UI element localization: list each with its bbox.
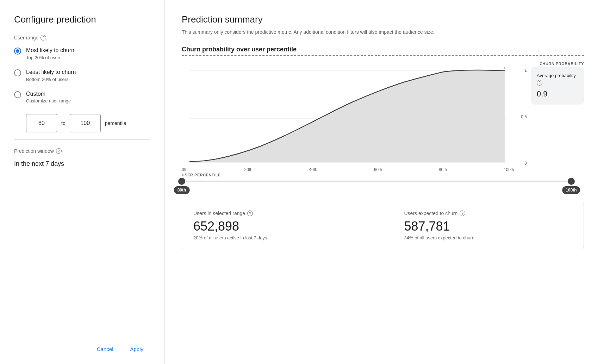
cancel-button[interactable]: Cancel bbox=[90, 343, 120, 356]
radio-most-likely-circle[interactable] bbox=[14, 48, 21, 55]
stat-users-in-range-value: 652,898 bbox=[193, 219, 362, 234]
slider-label-right: 100th bbox=[562, 186, 580, 194]
x-axis-labels: 0th 20th 40th 60th 80th 100th bbox=[182, 166, 514, 172]
churn-prob-axis-label: CHURN PROBABILITY bbox=[182, 62, 584, 66]
percentile-to-input[interactable] bbox=[70, 114, 101, 132]
prediction-summary-title: Prediction summary bbox=[182, 14, 584, 25]
slider-track-bg bbox=[182, 181, 571, 182]
configure-prediction-title: Configure prediction bbox=[14, 14, 150, 25]
stat-users-expected-help-icon[interactable]: ? bbox=[460, 211, 465, 216]
stat-users-expected-label: Users expected to churn bbox=[404, 211, 458, 216]
percentile-from-input[interactable] bbox=[26, 114, 57, 132]
churn-chart bbox=[182, 67, 514, 166]
x-label-80: 80th bbox=[439, 167, 447, 172]
prediction-window-help-icon[interactable]: ? bbox=[56, 148, 62, 154]
user-percentile-axis-label: USER PERCENTILE bbox=[182, 173, 514, 177]
x-label-0: 0th bbox=[182, 167, 188, 172]
user-range-label: User range ? bbox=[14, 35, 150, 40]
percentile-suffix: percentile bbox=[105, 120, 126, 126]
stat-users-expected-to-churn: Users expected to churn ? 587,781 34% of… bbox=[404, 211, 573, 240]
radio-least-likely-circle[interactable] bbox=[14, 69, 21, 76]
stat-users-in-range-sub: 20% of all users active in last 7 days bbox=[193, 235, 362, 240]
stats-card: Users in selected range ? 652,898 20% of… bbox=[182, 202, 584, 249]
y-label-05: 0.5 bbox=[517, 114, 527, 119]
y-label-1: 1 bbox=[517, 68, 527, 73]
slider-label-left: 80th bbox=[174, 186, 190, 194]
radio-least-likely[interactable]: Least likely to churn Bottom 20% of user… bbox=[14, 69, 150, 82]
tooltip-help-icon[interactable]: ? bbox=[537, 80, 542, 86]
slider-thumb-left[interactable] bbox=[178, 178, 185, 185]
stat-divider bbox=[383, 211, 383, 240]
radio-custom[interactable]: Custom Customize user range bbox=[14, 90, 150, 104]
x-label-20: 20th bbox=[244, 167, 252, 172]
radio-most-likely[interactable]: Most likely to churn Top 20% of users bbox=[14, 47, 150, 60]
right-panel: Prediction summary This summary only con… bbox=[165, 0, 598, 364]
section-divider bbox=[14, 139, 150, 140]
prediction-window-value: In the next 7 days bbox=[14, 160, 150, 168]
tooltip-label: Average probability bbox=[537, 73, 576, 78]
x-label-100: 100th bbox=[504, 167, 514, 172]
slider-section: 80th 100th bbox=[182, 177, 584, 198]
stat-users-expected-sub: 34% of all users expected to churn bbox=[404, 235, 573, 240]
apply-button[interactable]: Apply bbox=[123, 343, 150, 356]
prediction-window-label: Prediction window ? bbox=[14, 148, 150, 154]
stat-users-expected-header: Users expected to churn ? bbox=[404, 211, 573, 216]
chart-title: Churn probability over user percentile bbox=[182, 46, 584, 56]
left-panel: Configure prediction User range ? Most l… bbox=[0, 0, 165, 364]
stat-users-in-range-label: Users in selected range bbox=[193, 211, 245, 216]
x-label-60: 60th bbox=[374, 167, 382, 172]
y-label-0: 0 bbox=[517, 161, 527, 166]
chart-wrapper: 0th 20th 40th 60th 80th 100th USER PERCE… bbox=[182, 67, 514, 177]
user-range-help-icon[interactable]: ? bbox=[41, 35, 46, 40]
stat-users-in-range: Users in selected range ? 652,898 20% of… bbox=[193, 211, 362, 240]
stat-users-expected-value: 587,781 bbox=[404, 219, 573, 234]
slider-thumb-right[interactable] bbox=[568, 178, 575, 185]
stat-users-in-range-help-icon[interactable]: ? bbox=[247, 211, 253, 216]
radio-least-likely-labels: Least likely to churn Bottom 20% of user… bbox=[26, 69, 76, 82]
radio-custom-labels: Custom Customize user range bbox=[26, 90, 71, 104]
summary-description: This summary only considers the predicti… bbox=[182, 29, 499, 36]
radio-custom-circle[interactable] bbox=[14, 91, 21, 98]
chart-container: CHURN PROBABILITY bbox=[182, 62, 584, 249]
radio-most-likely-labels: Most likely to churn Top 20% of users bbox=[26, 47, 74, 60]
tooltip-value: 0.9 bbox=[537, 88, 578, 100]
stat-users-in-range-header: Users in selected range ? bbox=[193, 211, 362, 216]
x-label-40: 40th bbox=[309, 167, 317, 172]
action-row: Cancel Apply bbox=[14, 334, 150, 364]
to-label: to bbox=[61, 120, 66, 126]
average-probability-tooltip: Average probability ? 0.9 bbox=[531, 67, 584, 105]
prediction-window-section: Prediction window ? In the next 7 days bbox=[14, 148, 150, 168]
percentile-row: to percentile bbox=[26, 114, 150, 132]
